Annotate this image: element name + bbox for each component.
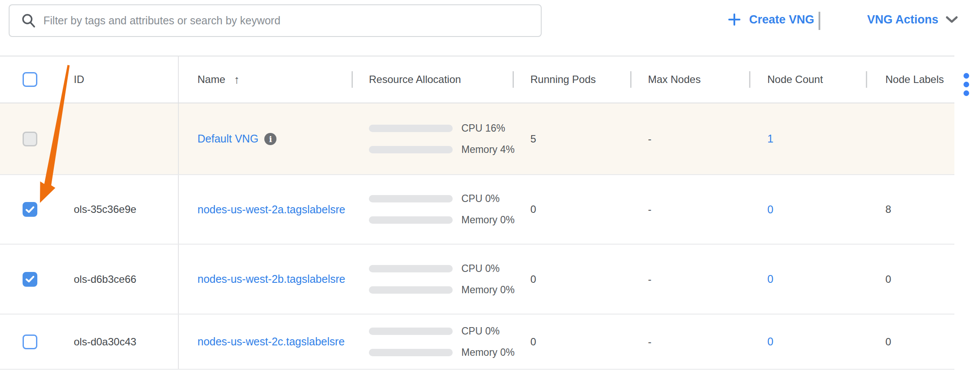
vng-id: ols-d0a30c43 [51, 315, 178, 369]
search-input[interactable] [43, 14, 541, 27]
resource-allocation-bars: CPU 0% Memory 0% [369, 263, 515, 296]
cpu-label: CPU 0% [461, 193, 500, 205]
node-labels-value: 8 [866, 175, 954, 244]
vng-id [51, 103, 178, 174]
running-pods-value: 0 [513, 245, 630, 314]
table-row-ols-d6b3ce66: ols-d6b3ce66 nodes-us-west-2b.tagslabels… [0, 245, 954, 315]
memory-bar-track [369, 216, 453, 224]
row-checkbox[interactable] [23, 335, 37, 349]
column-header-resource-allocation[interactable]: Resource Allocation [352, 56, 513, 103]
cpu-bar-track [369, 125, 453, 132]
column-settings-kebab-button[interactable] [964, 73, 970, 96]
vng-actions-label: VNG Actions [867, 13, 938, 26]
memory-label: Memory 0% [461, 214, 515, 226]
row-checkbox[interactable] [23, 272, 37, 287]
row-checkbox [23, 132, 37, 146]
vng-actions-dropdown[interactable]: VNG Actions [867, 8, 958, 31]
column-header-name[interactable]: Name ↑ [178, 56, 352, 103]
info-icon[interactable]: i [264, 133, 276, 145]
column-header-id[interactable]: ID [51, 56, 178, 103]
running-pods-value: 0 [513, 315, 630, 369]
column-header-max-nodes[interactable]: Max Nodes [630, 56, 749, 103]
cpu-label: CPU 0% [461, 263, 500, 275]
vng-name-link[interactable]: nodes-us-west-2a.tagslabelsre [197, 203, 345, 216]
vng-table: ID Name ↑ Resource Allocation Running Po… [0, 56, 954, 370]
plus-icon [727, 13, 741, 26]
memory-bar-track [369, 146, 453, 153]
cpu-bar-track [369, 265, 453, 272]
max-nodes-value: - [630, 175, 749, 244]
column-header-running-pods[interactable]: Running Pods [513, 56, 630, 103]
running-pods-value: 0 [513, 175, 630, 244]
vng-id: ols-35c36e9e [51, 175, 178, 244]
cpu-bar-track [369, 328, 453, 335]
table-header-row: ID Name ↑ Resource Allocation Running Po… [0, 56, 954, 103]
node-count-link[interactable]: 0 [767, 335, 773, 348]
resource-allocation-bars: CPU 16% Memory 4% [369, 123, 515, 156]
memory-bar-track [369, 286, 453, 294]
cpu-label: CPU 16% [461, 123, 505, 134]
max-nodes-value: - [630, 103, 749, 174]
vng-name-link[interactable]: nodes-us-west-2b.tagslabelsre [197, 273, 345, 285]
max-nodes-value: - [630, 245, 749, 314]
kebab-dot [964, 73, 969, 79]
sort-ascending-icon: ↑ [234, 73, 240, 86]
column-header-node-labels[interactable]: Node Labels [866, 56, 954, 103]
node-count-link[interactable]: 1 [767, 132, 773, 145]
vng-name-link[interactable]: Default VNG [197, 132, 258, 145]
memory-bar-track [369, 349, 453, 356]
create-vng-button[interactable]: Create VNG [727, 8, 814, 31]
row-checkbox[interactable] [23, 202, 37, 217]
max-nodes-value: - [630, 315, 749, 369]
kebab-dot [964, 90, 969, 96]
toolbar-divider [819, 12, 820, 30]
cpu-bar-track [369, 195, 453, 202]
create-vng-label: Create VNG [749, 13, 814, 26]
table-row-ols-35c36e9e: ols-35c36e9e nodes-us-west-2a.tagslabels… [0, 175, 954, 245]
memory-label: Memory 0% [461, 284, 515, 296]
memory-label: Memory 4% [461, 144, 515, 156]
node-labels-value: 0 [866, 315, 954, 369]
memory-label: Memory 0% [461, 347, 515, 358]
select-all-checkbox[interactable] [23, 72, 37, 87]
resource-allocation-bars: CPU 0% Memory 0% [369, 193, 515, 226]
vng-id: ols-d6b3ce66 [51, 245, 178, 314]
table-row-default-vng: Default VNG i CPU 16% Memory 4% 5 - 1 [0, 103, 954, 175]
search-icon [21, 13, 36, 29]
cpu-label: CPU 0% [461, 325, 500, 337]
table-row-ols-d0a30c43: ols-d0a30c43 nodes-us-west-2c.tagslabels… [0, 315, 954, 370]
node-count-link[interactable]: 0 [767, 203, 773, 216]
node-count-link[interactable]: 0 [767, 273, 773, 285]
node-labels-value [866, 103, 954, 174]
filter-search-field[interactable] [9, 4, 542, 37]
resource-allocation-bars: CPU 0% Memory 0% [369, 325, 515, 358]
column-header-node-count[interactable]: Node Count [749, 56, 866, 103]
vng-list-page: Create VNG VNG Actions ID N [0, 0, 980, 371]
running-pods-value: 5 [513, 103, 630, 174]
header-checkbox-cell [0, 56, 51, 103]
kebab-dot [964, 82, 969, 87]
vng-name-link[interactable]: nodes-us-west-2c.tagslabelsre [197, 335, 345, 348]
node-labels-value: 0 [866, 245, 954, 314]
chevron-down-icon [945, 15, 958, 24]
